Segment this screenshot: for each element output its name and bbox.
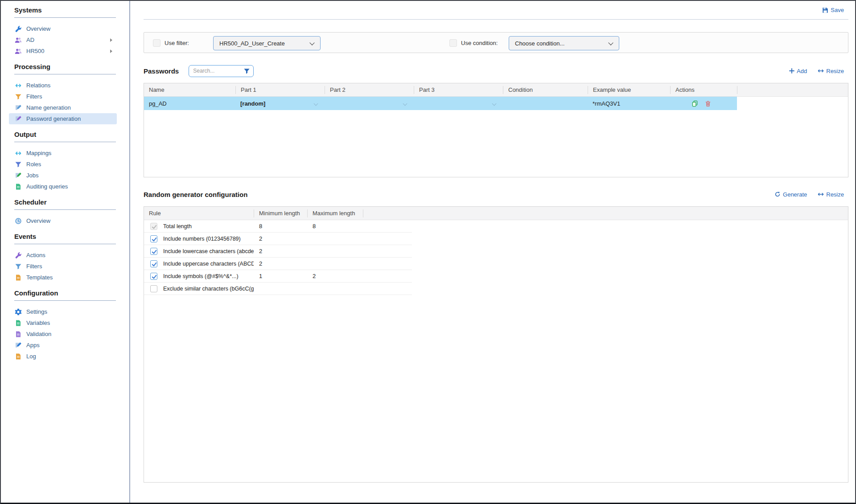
column-header-part3: Part 3 [414, 86, 503, 94]
column-header-actions: Actions [670, 86, 737, 94]
section-title: Output [1, 131, 129, 138]
sidebar-item-label: Overview [26, 25, 50, 32]
sidebar-item-label: Password generation [26, 115, 81, 122]
sidebar-item-templates[interactable]: Templates [9, 272, 117, 283]
sidebar-item-scheduler-overview[interactable]: Overview [9, 215, 117, 226]
sidebar-item-label: Variables [26, 320, 50, 326]
resize-label: Resize [826, 68, 844, 74]
generate-button[interactable]: Generate [774, 191, 807, 198]
generate-label: Generate [783, 191, 807, 198]
rule-checkbox[interactable] [150, 285, 157, 292]
sidebar-item-auditing-queries[interactable]: Auditing queries [9, 181, 117, 192]
sidebar-item-filters-events[interactable]: Filters [9, 261, 117, 272]
rule-min-value[interactable]: 2 [254, 235, 307, 242]
document-icon [14, 274, 22, 281]
sidebar-item-apps[interactable]: Apps [9, 340, 117, 351]
resize-button[interactable]: Resize [818, 68, 844, 74]
search-funnel-icon[interactable] [243, 68, 250, 76]
column-header-max-length: Maximum length [307, 209, 363, 217]
submenu-arrow-icon [110, 38, 112, 42]
sidebar-item-settings[interactable]: Settings [9, 306, 117, 317]
wrench-icon [14, 251, 22, 259]
sidebar-item-validation[interactable]: Validation [9, 328, 117, 340]
sidebar-item-hr500[interactable]: HR500 [9, 45, 117, 57]
sidebar-item-log[interactable]: Log [9, 351, 117, 362]
section-title: Systems [1, 6, 129, 14]
rule-min-value[interactable]: 8 [254, 223, 307, 229]
rule-row-include-symbols: Include symbols (@#$%^&*...) 1 2 [144, 270, 412, 283]
save-button[interactable]: Save [822, 7, 844, 13]
column-header-filler [363, 209, 848, 217]
cell-part2[interactable] [325, 97, 414, 110]
section-title: Events [1, 233, 129, 240]
rule-row-exclude-similar: Exclude similar characters (bG6cC(gq9L1I… [144, 283, 412, 295]
submenu-arrow-icon [110, 49, 112, 53]
rule-checkbox[interactable] [150, 273, 157, 280]
rule-row-include-uppercase: Include uppercase characters (ABCDEFG...… [144, 258, 412, 270]
delete-icon[interactable] [705, 100, 711, 107]
sidebar-item-overview[interactable]: Overview [9, 23, 117, 34]
rule-min-value[interactable]: 2 [254, 260, 307, 267]
rule-max-value[interactable]: 8 [307, 223, 361, 229]
table-row-pg-ad[interactable]: pg_AD [random] *rmAQ3V1 [144, 97, 737, 110]
rule-min-value[interactable]: 2 [254, 248, 307, 254]
sidebar-item-label: Roles [26, 161, 41, 168]
sidebar-item-label: Filters [26, 263, 42, 270]
sidebar-item-variables[interactable]: Variables [9, 317, 117, 328]
generator-table-header: Rule Minimum length Maximum length [144, 207, 848, 220]
rule-checkbox[interactable] [150, 248, 157, 255]
sidebar-item-jobs[interactable]: Jobs [9, 170, 117, 181]
sidebar-item-relations[interactable]: Relations [9, 80, 117, 91]
sidebar-item-label: Name generation [26, 104, 71, 111]
cell-part1[interactable]: [random] [235, 97, 325, 110]
users-icon [14, 47, 22, 55]
resize-button-generator[interactable]: Resize [818, 191, 844, 198]
cell-example-value: *rmAQ3V1 [588, 97, 670, 110]
sidebar-item-roles[interactable]: Roles [9, 159, 117, 170]
document-icon [14, 330, 22, 338]
sidebar-section-events: Events Actions Filters Templates [1, 233, 129, 283]
sidebar-section-scheduler: Scheduler Overview [1, 198, 129, 226]
copy-icon[interactable] [691, 100, 698, 107]
add-button[interactable]: Add [789, 68, 807, 74]
sidebar-item-label: HR500 [26, 48, 44, 54]
search-box [189, 65, 254, 77]
divider [14, 142, 116, 142]
column-header-min-length: Minimum length [254, 209, 307, 217]
sidebar-item-actions[interactable]: Actions [9, 250, 117, 261]
floppy-disk-icon [822, 7, 828, 13]
use-condition-checkbox[interactable] [449, 39, 457, 47]
use-filter-checkbox[interactable] [153, 39, 160, 47]
sidebar-item-label: Actions [26, 252, 45, 258]
sidebar-item-name-generation[interactable]: Name generation [9, 102, 117, 113]
sidebar-section-configuration: Configuration Settings Variables Validat… [1, 289, 129, 362]
sidebar-item-password-generation[interactable]: Password generation [9, 113, 117, 124]
save-label: Save [831, 7, 844, 13]
rule-max-value[interactable]: 2 [307, 273, 361, 279]
filter-select[interactable]: HR500_AD_User_Create [213, 36, 321, 50]
sidebar-item-label: Templates [26, 274, 53, 281]
sidebar-item-label: Mappings [26, 150, 51, 156]
generator-title: Random generator configuration [144, 191, 247, 198]
rule-min-value[interactable]: 1 [254, 273, 307, 279]
cell-name: pg_AD [144, 97, 235, 110]
top-toolbar: Save [144, 1, 848, 20]
sidebar-item-label: AD [26, 37, 34, 43]
rule-checkbox[interactable] [150, 260, 157, 267]
section-title: Configuration [1, 289, 129, 297]
column-header-rule: Rule [144, 209, 254, 217]
sidebar-item-filters-processing[interactable]: Filters [9, 91, 117, 102]
cell-part3[interactable] [414, 97, 503, 110]
funnel-icon [14, 160, 22, 168]
wrench-icon [14, 25, 22, 33]
sidebar-item-mappings[interactable]: Mappings [9, 148, 117, 159]
condition-select[interactable]: Choose condition... [509, 36, 619, 50]
rule-checkbox[interactable] [150, 235, 157, 242]
divider [14, 74, 116, 74]
sidebar-item-ad[interactable]: AD [9, 34, 117, 45]
resize-arrows-icon [818, 192, 824, 197]
sidebar-section-processing: Processing Relations Filters Name genera… [1, 63, 129, 124]
clock-icon [14, 217, 22, 225]
column-header-part2: Part 2 [325, 86, 414, 94]
sidebar-item-label: Jobs [26, 172, 38, 179]
